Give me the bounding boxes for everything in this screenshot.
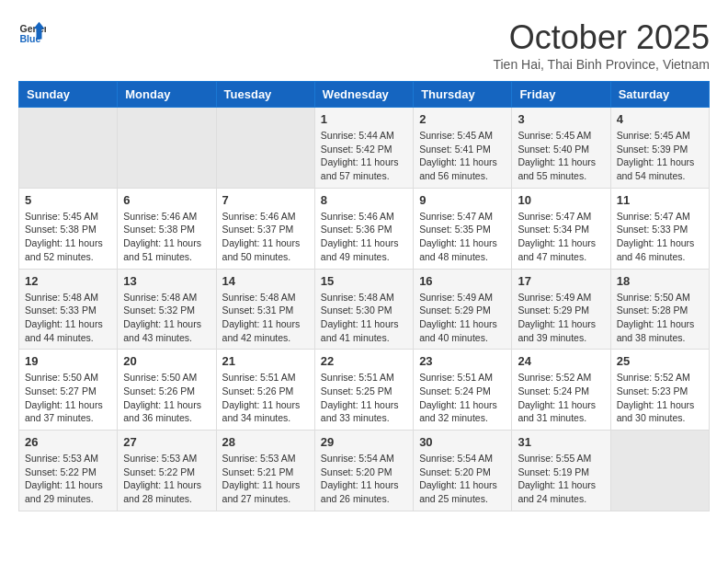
calendar-cell: 26Sunrise: 5:53 AMSunset: 5:22 PMDayligh… <box>19 431 118 511</box>
calendar-cell: 14Sunrise: 5:48 AMSunset: 5:31 PMDayligh… <box>216 269 314 350</box>
day-number: 15 <box>321 274 407 288</box>
day-info: Sunrise: 5:47 AMSunset: 5:34 PMDaylight:… <box>518 210 604 264</box>
weekday-header-sunday: Sunday <box>19 82 118 108</box>
day-info: Sunrise: 5:44 AMSunset: 5:42 PMDaylight:… <box>321 129 407 183</box>
day-number: 5 <box>25 193 111 207</box>
calendar-cell: 28Sunrise: 5:53 AMSunset: 5:21 PMDayligh… <box>216 431 314 511</box>
day-info: Sunrise: 5:53 AMSunset: 5:21 PMDaylight:… <box>222 452 309 506</box>
calendar-cell: 15Sunrise: 5:48 AMSunset: 5:30 PMDayligh… <box>314 269 413 350</box>
calendar-cell: 29Sunrise: 5:54 AMSunset: 5:20 PMDayligh… <box>314 431 413 511</box>
calendar-title: October 2025 <box>493 18 710 57</box>
calendar-cell: 3Sunrise: 5:45 AMSunset: 5:40 PMDaylight… <box>512 108 610 189</box>
day-info: Sunrise: 5:45 AMSunset: 5:38 PMDaylight:… <box>25 210 111 264</box>
day-info: Sunrise: 5:45 AMSunset: 5:39 PMDaylight:… <box>617 129 703 183</box>
calendar-table: SundayMondayTuesdayWednesdayThursdayFrid… <box>18 81 710 511</box>
day-number: 19 <box>25 354 111 368</box>
calendar-cell: 31Sunrise: 5:55 AMSunset: 5:19 PMDayligh… <box>512 431 610 511</box>
day-number: 22 <box>321 354 407 368</box>
day-number: 9 <box>419 193 506 207</box>
weekday-header-wednesday: Wednesday <box>314 82 413 108</box>
day-number: 16 <box>419 274 506 288</box>
day-info: Sunrise: 5:52 AMSunset: 5:23 PMDaylight:… <box>617 371 703 425</box>
day-info: Sunrise: 5:48 AMSunset: 5:30 PMDaylight:… <box>321 291 407 345</box>
day-info: Sunrise: 5:46 AMSunset: 5:38 PMDaylight:… <box>123 210 210 264</box>
day-number: 2 <box>419 112 506 126</box>
calendar-cell: 24Sunrise: 5:52 AMSunset: 5:24 PMDayligh… <box>512 350 610 431</box>
weekday-header-thursday: Thursday <box>414 82 512 108</box>
calendar-cell: 22Sunrise: 5:51 AMSunset: 5:25 PMDayligh… <box>314 350 413 431</box>
day-number: 1 <box>321 112 407 126</box>
calendar-cell: 21Sunrise: 5:51 AMSunset: 5:26 PMDayligh… <box>216 350 314 431</box>
calendar-cell: 19Sunrise: 5:50 AMSunset: 5:27 PMDayligh… <box>19 350 118 431</box>
calendar-cell: 27Sunrise: 5:53 AMSunset: 5:22 PMDayligh… <box>118 431 216 511</box>
day-info: Sunrise: 5:51 AMSunset: 5:26 PMDaylight:… <box>222 371 309 425</box>
day-number: 3 <box>518 112 604 126</box>
calendar-week-row: 19Sunrise: 5:50 AMSunset: 5:27 PMDayligh… <box>19 350 710 431</box>
day-info: Sunrise: 5:55 AMSunset: 5:19 PMDaylight:… <box>518 452 604 506</box>
day-info: Sunrise: 5:53 AMSunset: 5:22 PMDaylight:… <box>123 452 210 506</box>
day-number: 18 <box>617 274 703 288</box>
calendar-week-row: 1Sunrise: 5:44 AMSunset: 5:42 PMDaylight… <box>19 108 710 189</box>
day-info: Sunrise: 5:49 AMSunset: 5:29 PMDaylight:… <box>419 291 506 345</box>
day-info: Sunrise: 5:46 AMSunset: 5:36 PMDaylight:… <box>321 210 407 264</box>
calendar-cell <box>19 108 118 189</box>
day-info: Sunrise: 5:49 AMSunset: 5:29 PMDaylight:… <box>518 291 604 345</box>
day-number: 23 <box>419 354 506 368</box>
day-info: Sunrise: 5:54 AMSunset: 5:20 PMDaylight:… <box>321 452 407 506</box>
calendar-cell: 30Sunrise: 5:54 AMSunset: 5:20 PMDayligh… <box>414 431 512 511</box>
calendar-cell: 4Sunrise: 5:45 AMSunset: 5:39 PMDaylight… <box>610 108 709 189</box>
calendar-cell: 1Sunrise: 5:44 AMSunset: 5:42 PMDaylight… <box>314 108 413 189</box>
calendar-week-row: 12Sunrise: 5:48 AMSunset: 5:33 PMDayligh… <box>19 269 710 350</box>
calendar-cell: 16Sunrise: 5:49 AMSunset: 5:29 PMDayligh… <box>414 269 512 350</box>
calendar-cell: 8Sunrise: 5:46 AMSunset: 5:36 PMDaylight… <box>314 188 413 269</box>
calendar-body: 1Sunrise: 5:44 AMSunset: 5:42 PMDaylight… <box>19 108 710 511</box>
day-number: 27 <box>123 435 210 449</box>
day-info: Sunrise: 5:45 AMSunset: 5:41 PMDaylight:… <box>419 129 506 183</box>
day-number: 30 <box>419 435 506 449</box>
calendar-cell: 25Sunrise: 5:52 AMSunset: 5:23 PMDayligh… <box>610 350 709 431</box>
calendar-cell <box>216 108 314 189</box>
calendar-cell: 10Sunrise: 5:47 AMSunset: 5:34 PMDayligh… <box>512 188 610 269</box>
calendar-cell: 13Sunrise: 5:48 AMSunset: 5:32 PMDayligh… <box>118 269 216 350</box>
day-number: 21 <box>222 354 309 368</box>
day-number: 4 <box>617 112 703 126</box>
weekday-header-tuesday: Tuesday <box>216 82 314 108</box>
day-info: Sunrise: 5:51 AMSunset: 5:25 PMDaylight:… <box>321 371 407 425</box>
day-info: Sunrise: 5:50 AMSunset: 5:26 PMDaylight:… <box>123 371 210 425</box>
day-number: 10 <box>518 193 604 207</box>
calendar-cell: 18Sunrise: 5:50 AMSunset: 5:28 PMDayligh… <box>610 269 709 350</box>
calendar-cell: 7Sunrise: 5:46 AMSunset: 5:37 PMDaylight… <box>216 188 314 269</box>
day-number: 14 <box>222 274 309 288</box>
page-header: General Blue October 2025 Tien Hai, Thai… <box>18 18 710 72</box>
day-info: Sunrise: 5:52 AMSunset: 5:24 PMDaylight:… <box>518 371 604 425</box>
calendar-cell: 23Sunrise: 5:51 AMSunset: 5:24 PMDayligh… <box>414 350 512 431</box>
day-info: Sunrise: 5:48 AMSunset: 5:32 PMDaylight:… <box>123 291 210 345</box>
title-section: October 2025 Tien Hai, Thai Binh Provinc… <box>493 18 710 72</box>
logo: General Blue <box>18 18 46 46</box>
weekday-header-monday: Monday <box>118 82 216 108</box>
day-number: 31 <box>518 435 604 449</box>
day-number: 12 <box>25 274 111 288</box>
day-number: 6 <box>123 193 210 207</box>
calendar-cell: 2Sunrise: 5:45 AMSunset: 5:41 PMDaylight… <box>414 108 512 189</box>
day-info: Sunrise: 5:47 AMSunset: 5:33 PMDaylight:… <box>617 210 703 264</box>
calendar-cell: 11Sunrise: 5:47 AMSunset: 5:33 PMDayligh… <box>610 188 709 269</box>
day-info: Sunrise: 5:47 AMSunset: 5:35 PMDaylight:… <box>419 210 506 264</box>
day-number: 17 <box>518 274 604 288</box>
day-info: Sunrise: 5:48 AMSunset: 5:31 PMDaylight:… <box>222 291 309 345</box>
day-number: 29 <box>321 435 407 449</box>
day-info: Sunrise: 5:54 AMSunset: 5:20 PMDaylight:… <box>419 452 506 506</box>
logo-icon: General Blue <box>18 18 46 46</box>
day-info: Sunrise: 5:50 AMSunset: 5:27 PMDaylight:… <box>25 371 111 425</box>
calendar-week-row: 5Sunrise: 5:45 AMSunset: 5:38 PMDaylight… <box>19 188 710 269</box>
calendar-week-row: 26Sunrise: 5:53 AMSunset: 5:22 PMDayligh… <box>19 431 710 511</box>
weekday-header-saturday: Saturday <box>610 82 709 108</box>
day-info: Sunrise: 5:48 AMSunset: 5:33 PMDaylight:… <box>25 291 111 345</box>
day-number: 11 <box>617 193 703 207</box>
day-number: 28 <box>222 435 309 449</box>
day-info: Sunrise: 5:53 AMSunset: 5:22 PMDaylight:… <box>25 452 111 506</box>
calendar-cell: 5Sunrise: 5:45 AMSunset: 5:38 PMDaylight… <box>19 188 118 269</box>
calendar-cell: 20Sunrise: 5:50 AMSunset: 5:26 PMDayligh… <box>118 350 216 431</box>
calendar-cell <box>118 108 216 189</box>
day-number: 20 <box>123 354 210 368</box>
